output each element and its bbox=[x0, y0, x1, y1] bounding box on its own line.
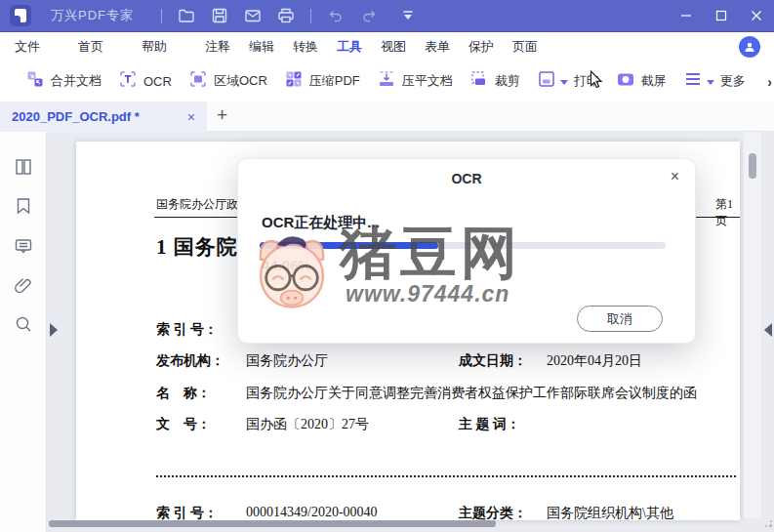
progress-percent: 44.06% bbox=[262, 257, 311, 273]
window-resize-grip[interactable] bbox=[763, 518, 773, 528]
menu-view[interactable]: 视图 bbox=[381, 38, 406, 56]
menu-page[interactable]: 页面 bbox=[512, 38, 538, 56]
menu-edit[interactable]: 编辑 bbox=[249, 38, 274, 56]
search-icon[interactable] bbox=[14, 314, 33, 338]
redo-icon[interactable] bbox=[352, 0, 386, 32]
menu-form[interactable]: 表单 bbox=[425, 38, 450, 56]
document-heading: 1 国务院 bbox=[156, 233, 238, 261]
document-tab[interactable]: 2020_PDF_OCR.pdf * × bbox=[0, 102, 207, 132]
thumbnails-icon[interactable] bbox=[14, 157, 33, 181]
toolbar-flatten-doc[interactable]: 压平文档 bbox=[377, 69, 453, 93]
undo-icon[interactable] bbox=[319, 0, 352, 32]
titlebar-separator bbox=[310, 9, 311, 23]
cancel-button[interactable]: 取消 bbox=[577, 306, 663, 332]
dialog-title: OCR bbox=[238, 171, 695, 186]
merge-docs-icon bbox=[25, 69, 45, 93]
right-panel-expand-handle[interactable] bbox=[764, 323, 772, 337]
mouse-cursor-icon bbox=[588, 70, 605, 90]
close-button[interactable] bbox=[739, 0, 774, 32]
menu-convert[interactable]: 转换 bbox=[293, 38, 318, 56]
screenshot-icon bbox=[616, 69, 635, 93]
menu-tools[interactable]: 工具 bbox=[337, 38, 362, 56]
menu-protect[interactable]: 保护 bbox=[468, 38, 494, 56]
account-avatar[interactable] bbox=[739, 36, 760, 58]
toolbar-screenshot[interactable]: 截屏 bbox=[616, 69, 667, 93]
menubar: 文件 首页 帮助 注释 编辑 转换 工具 视图 表单 保护 页面 bbox=[0, 32, 774, 61]
toolbar-more[interactable]: 更多 bbox=[683, 69, 746, 93]
page-header-left: 国务院办公厅政 bbox=[156, 196, 238, 213]
ocr-dialog: OCR × OCR正在处理中... 44.06% 取消 bbox=[237, 158, 696, 344]
ocr-status-text: OCR正在处理中... bbox=[262, 214, 380, 232]
bookmark-icon[interactable] bbox=[14, 196, 33, 220]
titlebar-separator bbox=[161, 9, 162, 23]
print-icon[interactable] bbox=[269, 0, 303, 32]
sidebar-expand-handle[interactable] bbox=[50, 323, 58, 337]
tab-close-icon[interactable]: × bbox=[187, 109, 195, 125]
email-icon[interactable] bbox=[236, 0, 269, 32]
toolbar-crop[interactable]: 裁剪 bbox=[469, 69, 520, 93]
folder-open-icon[interactable] bbox=[170, 0, 203, 32]
menu-help[interactable]: 帮助 bbox=[142, 38, 167, 56]
crop-icon bbox=[469, 69, 489, 93]
maximize-button[interactable] bbox=[704, 0, 739, 32]
app-title: 万兴PDF专家 bbox=[51, 7, 134, 24]
menu-file[interactable]: 文件 bbox=[15, 38, 40, 56]
toolbar-merge-docs[interactable]: 合并文档 bbox=[25, 69, 102, 93]
region-ocr-icon bbox=[188, 69, 208, 93]
dialog-close-icon[interactable]: × bbox=[671, 169, 679, 184]
minimize-button[interactable] bbox=[669, 0, 704, 32]
new-tab-button[interactable]: + bbox=[217, 104, 227, 126]
page-header-right: 第1页 bbox=[715, 196, 740, 229]
menu-home[interactable]: 首页 bbox=[78, 38, 103, 56]
left-sidebar bbox=[0, 132, 47, 532]
compress-pdf-icon bbox=[284, 69, 304, 93]
toolbar-expand-chevron-icon[interactable]: › bbox=[767, 74, 772, 90]
toolbar-region-ocr[interactable]: 区域OCR bbox=[188, 69, 267, 93]
progress-fill bbox=[260, 242, 438, 249]
tab-title: 2020_PDF_OCR.pdf * bbox=[12, 109, 187, 124]
save-icon[interactable] bbox=[203, 0, 236, 32]
toolbar-compress-pdf[interactable]: 压缩PDF bbox=[284, 69, 360, 93]
more-dropdown-caret-icon[interactable] bbox=[707, 80, 714, 85]
ocr-icon bbox=[118, 69, 138, 93]
progress-bar bbox=[260, 242, 666, 249]
collapse-toolbar-icon[interactable] bbox=[391, 0, 425, 32]
more-icon bbox=[683, 69, 703, 93]
vertical-scrollbar[interactable] bbox=[744, 132, 761, 518]
attachment-icon[interactable] bbox=[14, 275, 33, 299]
dotted-separator bbox=[156, 475, 736, 477]
toolbar-ocr[interactable]: OCR bbox=[118, 69, 172, 93]
app-logo-icon bbox=[10, 5, 31, 26]
vertical-scrollbar-thumb[interactable] bbox=[749, 153, 756, 179]
toolbar: 合并文档 OCR 区域OCR 压缩PDF 压平文档 裁剪 打印 截屏 更多 bbox=[0, 61, 774, 102]
flatten-doc-icon bbox=[377, 69, 396, 93]
print-dropdown-caret-icon[interactable] bbox=[560, 80, 568, 85]
tabbar: 2020_PDF_OCR.pdf * × + bbox=[0, 102, 774, 132]
print-doc-icon bbox=[537, 69, 556, 93]
comment-icon[interactable] bbox=[14, 236, 33, 260]
menu-comment[interactable]: 注释 bbox=[205, 38, 230, 56]
horizontal-scrollbar-thumb[interactable] bbox=[49, 520, 496, 527]
titlebar: 万兴PDF专家 bbox=[0, 0, 774, 32]
